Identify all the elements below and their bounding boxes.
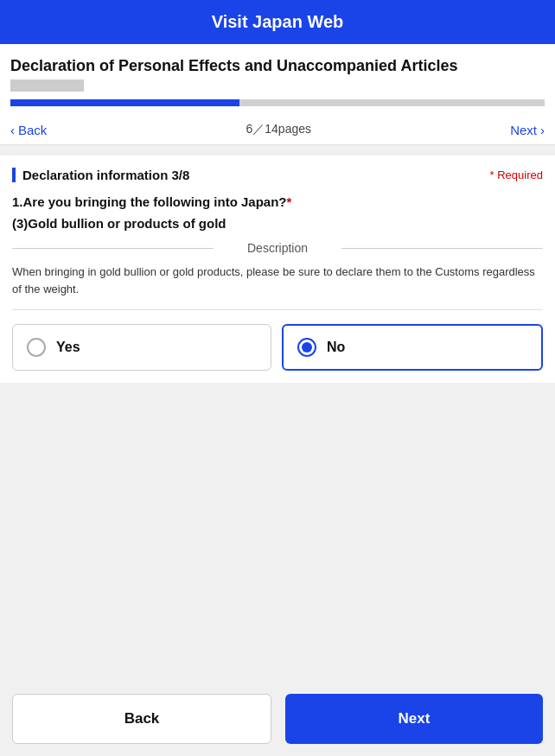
option-yes-label: Yes xyxy=(56,340,80,355)
question-sub: (3)Gold bullion or products of gold xyxy=(12,216,543,231)
nav-back-label: Back xyxy=(18,123,47,137)
nav-row: ‹ Back 6／14pages Next › xyxy=(0,115,555,145)
section-title: Declaration information 3/8 xyxy=(22,168,189,182)
main-content: Declaration of Personal Effects and Unac… xyxy=(0,44,555,756)
section-divider xyxy=(12,309,543,310)
page-indicator: 6／14pages xyxy=(246,122,312,137)
progress-bar-fill xyxy=(10,99,239,106)
section-card: Declaration information 3/8 * Required 1… xyxy=(0,156,555,383)
page-title: Declaration of Personal Effects and Unac… xyxy=(10,56,545,76)
footer-buttons: Back Next xyxy=(0,682,555,756)
question-text: 1.Are you bringing the following into Ja… xyxy=(12,194,543,209)
radio-circle-no xyxy=(297,338,316,357)
description-text: When bringing in gold bullion or gold pr… xyxy=(12,264,543,297)
nav-next-label: Next xyxy=(510,123,537,137)
option-no-label: No xyxy=(327,340,345,355)
next-button[interactable]: Next xyxy=(285,694,543,744)
section-header: Declaration information 3/8 * Required xyxy=(12,168,543,182)
chevron-left-icon: ‹ xyxy=(10,123,15,137)
option-yes[interactable]: Yes xyxy=(12,324,271,371)
nav-back-button[interactable]: ‹ Back xyxy=(10,123,47,137)
description-label: Description xyxy=(12,241,543,255)
radio-group: Yes No xyxy=(12,324,543,371)
required-marker: * xyxy=(287,194,292,209)
radio-circle-yes xyxy=(27,338,46,357)
option-no[interactable]: No xyxy=(282,324,543,371)
required-label: * Required xyxy=(490,168,543,181)
user-id: ██████████ xyxy=(10,79,84,92)
title-area: Declaration of Personal Effects and Unac… xyxy=(0,44,555,115)
header-title: Visit Japan Web xyxy=(212,12,344,31)
app-header: Visit Japan Web xyxy=(0,0,555,44)
chevron-right-icon: › xyxy=(540,123,545,137)
progress-bar-container xyxy=(10,99,545,106)
back-button[interactable]: Back xyxy=(12,694,271,744)
question-label: 1.Are you bringing the following into Ja… xyxy=(12,194,287,209)
description-section: Description When bringing in gold bullio… xyxy=(12,241,543,297)
nav-next-button[interactable]: Next › xyxy=(510,123,545,137)
